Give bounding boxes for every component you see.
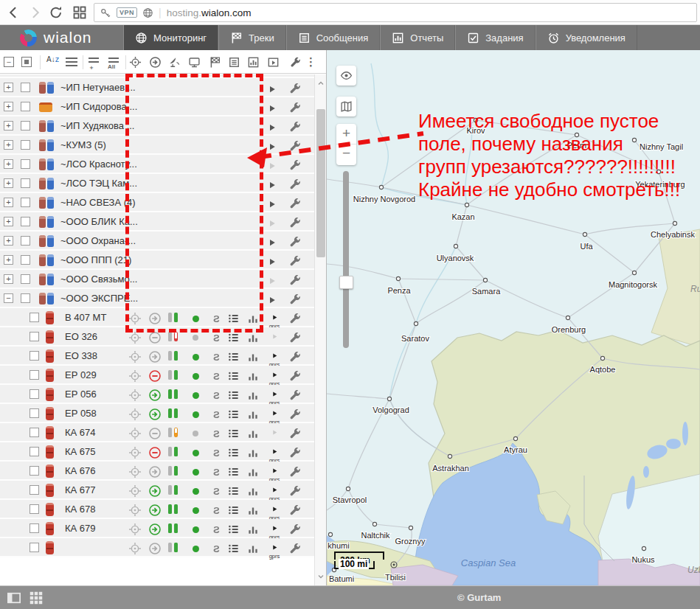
column-monitor-icon[interactable] xyxy=(188,56,201,69)
unit-reports-icon[interactable] xyxy=(246,484,260,498)
app-tab[interactable]: Уведомления xyxy=(536,25,637,50)
group-row[interactable]: + ~КУМЗ (5) xyxy=(0,136,315,155)
unit-properties-icon[interactable] xyxy=(288,446,302,459)
selection-mode-icon[interactable] xyxy=(21,57,32,67)
group-name[interactable]: ~ООО ППП (21) xyxy=(60,254,131,265)
unit-row[interactable]: ЕР 029 S gprs xyxy=(0,366,315,385)
group-checkbox[interactable] xyxy=(21,236,30,246)
group-row[interactable]: + ~ЛСО Красноту... xyxy=(0,155,315,174)
group-row[interactable]: − ~ООО ЭКСПРЕ... xyxy=(0,289,315,308)
unit-row[interactable]: В 407 МТ S gprs xyxy=(0,308,315,327)
group-checkbox[interactable] xyxy=(21,255,30,265)
unit-reports-icon[interactable] xyxy=(246,427,260,440)
group-properties-icon[interactable] xyxy=(288,274,302,287)
group-track-play-icon[interactable] xyxy=(268,237,277,246)
unit-locate-icon[interactable] xyxy=(128,312,142,325)
group-name[interactable]: ~ИП Худякова ... xyxy=(60,120,134,131)
app-tab[interactable]: Задания xyxy=(455,25,535,50)
group-properties-icon[interactable] xyxy=(288,216,302,229)
group-expand-toggle[interactable]: + xyxy=(4,198,13,207)
unit-reports-icon[interactable] xyxy=(246,389,260,402)
group-checkbox[interactable] xyxy=(21,274,30,284)
app-tab[interactable]: Треки xyxy=(218,25,286,50)
group-name[interactable]: ~ИП Сидорова ... xyxy=(60,101,137,112)
unit-row[interactable]: ЕР 056 S gprs xyxy=(0,385,315,404)
unit-reports-icon[interactable] xyxy=(246,331,260,344)
group-expand-toggle[interactable]: + xyxy=(4,178,13,188)
group-properties-icon[interactable] xyxy=(288,178,302,191)
group-properties-icon[interactable] xyxy=(288,293,302,306)
unit-messages-icon[interactable] xyxy=(227,465,240,478)
unit-messages-icon[interactable] xyxy=(227,427,240,440)
unit-messages-icon[interactable] xyxy=(227,446,240,459)
group-row[interactable]: + ~ООО БЛИК Ка... xyxy=(0,212,315,232)
group-row[interactable]: + ~ИП Сидорова ... xyxy=(0,97,315,116)
unit-checkbox[interactable] xyxy=(30,389,39,399)
column-reports-icon[interactable] xyxy=(247,56,260,69)
group-checkbox[interactable] xyxy=(21,140,30,150)
unit-reports-icon[interactable] xyxy=(246,504,260,517)
apps-grid-icon[interactable] xyxy=(29,591,44,605)
unit-reports-icon[interactable] xyxy=(246,446,260,459)
group-track-play-icon[interactable] xyxy=(268,294,277,303)
browser-apps-grid-icon[interactable] xyxy=(72,5,87,20)
group-properties-icon[interactable] xyxy=(288,74,302,76)
panel-scrollbar[interactable] xyxy=(314,74,326,585)
unit-properties-icon[interactable] xyxy=(288,408,302,421)
group-row[interactable]: + ~ООО Охрана-... xyxy=(0,232,315,251)
unit-reports-icon[interactable] xyxy=(246,350,260,363)
unit-name[interactable]: ЕО 338 xyxy=(65,350,97,361)
group-track-play-icon[interactable] xyxy=(268,141,277,150)
map-zoom-slider-thumb[interactable] xyxy=(339,276,353,289)
unit-properties-icon[interactable] xyxy=(288,427,302,440)
toggle-panel-icon[interactable] xyxy=(7,591,21,605)
scroll-down-icon[interactable] xyxy=(316,574,325,582)
unit-properties-icon[interactable] xyxy=(288,523,302,536)
unit-checkbox[interactable] xyxy=(30,313,39,322)
unit-properties-icon[interactable] xyxy=(288,350,302,363)
collapse-all-icon[interactable]: − xyxy=(4,57,14,67)
group-track-play-icon[interactable] xyxy=(268,198,277,207)
group-name[interactable]: ~ИП Нетунаев ... xyxy=(60,82,136,93)
group-name[interactable]: ~ЛСО ТЭЦ Кам... xyxy=(60,178,137,189)
unit-properties-icon[interactable] xyxy=(288,369,302,383)
unit-locate-icon[interactable] xyxy=(128,542,142,555)
group-name[interactable]: ~ООО Связьмо... xyxy=(60,274,137,285)
group-checkbox[interactable] xyxy=(21,217,30,226)
unit-messages-icon[interactable] xyxy=(227,523,240,536)
unit-row[interactable]: КА 678 S gprs xyxy=(0,500,315,519)
group-expand-toggle[interactable]: + xyxy=(4,83,13,92)
map-layers-button[interactable] xyxy=(336,97,356,116)
group-checkbox[interactable] xyxy=(21,293,30,303)
unit-messages-icon[interactable] xyxy=(227,389,240,402)
unit-checkbox[interactable] xyxy=(30,543,39,552)
unit-checkbox[interactable] xyxy=(30,351,39,361)
unit-locate-icon[interactable] xyxy=(128,465,142,478)
browser-reload-icon[interactable] xyxy=(49,5,63,20)
unit-checkbox[interactable] xyxy=(30,428,39,437)
group-track-play-icon[interactable] xyxy=(268,256,277,265)
unit-locate-icon[interactable] xyxy=(128,408,142,421)
unit-properties-icon[interactable] xyxy=(288,389,302,402)
group-checkbox[interactable] xyxy=(21,198,30,207)
map-zoom-slider-track[interactable] xyxy=(343,171,349,348)
unit-locate-icon[interactable] xyxy=(128,446,142,459)
unit-locate-icon[interactable] xyxy=(128,389,142,402)
group-properties-icon[interactable] xyxy=(288,254,302,268)
unit-reports-icon[interactable] xyxy=(246,542,260,555)
unit-messages-icon[interactable] xyxy=(227,484,240,498)
group-track-play-icon[interactable] xyxy=(268,122,277,130)
group-track-play-icon[interactable] xyxy=(268,218,277,226)
unit-checkbox[interactable] xyxy=(30,447,39,456)
group-row[interactable]: + ~ООО Связьмо... xyxy=(0,270,315,289)
column-motion-icon[interactable] xyxy=(149,56,162,69)
unit-row[interactable]: ЕО 338 S gprs xyxy=(0,347,315,366)
group-expand-toggle[interactable]: + xyxy=(4,121,13,130)
column-properties-icon[interactable] xyxy=(289,56,302,69)
unit-messages-icon[interactable] xyxy=(227,504,240,517)
group-properties-icon[interactable] xyxy=(288,120,302,133)
unit-messages-icon[interactable] xyxy=(227,312,240,325)
group-row[interactable]: + ~ИП Худякова ... xyxy=(0,116,315,136)
browser-back-icon[interactable] xyxy=(6,5,21,20)
unit-name[interactable]: КА 679 xyxy=(65,523,96,534)
